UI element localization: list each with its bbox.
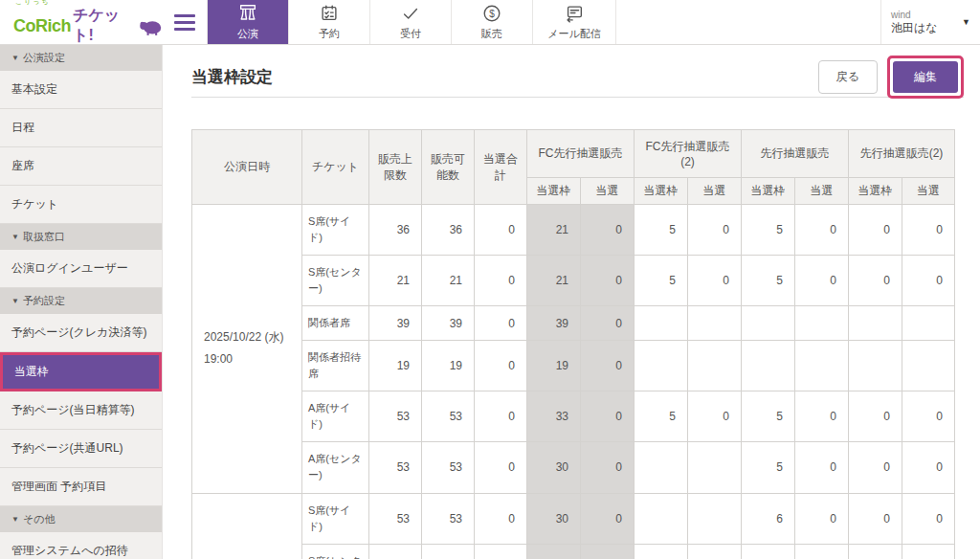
cell-win: 0	[688, 391, 742, 442]
table-row: 関係者招待席19190190	[192, 341, 955, 391]
sidebar-item[interactable]: 公演ログインユーザー	[0, 250, 162, 288]
triangle-down-icon: ▼	[11, 515, 19, 524]
cell-win: 0	[581, 391, 635, 442]
cell-ticket: S席(サイド)	[302, 493, 369, 544]
corich-logo[interactable]: こりっち CoRich チケット!	[0, 0, 163, 44]
col-group-fc-lottery-2: FC先行抽選販売(2)	[635, 130, 742, 178]
cell-win-slot	[742, 341, 795, 391]
cell-win: 0	[795, 544, 849, 559]
sidebar-section-header[interactable]: ▼取扱窓口	[0, 224, 162, 250]
sidebar-section-label: 取扱窓口	[23, 230, 65, 244]
dollar-icon: $	[481, 3, 502, 24]
sidebar-item[interactable]: 予約ページ(クレカ決済等)	[0, 314, 162, 352]
sidebar-item[interactable]: 管理画面 予約項目	[0, 468, 162, 506]
col-subheader-win-slot: 当選枠	[527, 178, 581, 205]
sidebar-item[interactable]: チケット	[0, 186, 162, 224]
cell-win: 0	[581, 544, 635, 559]
sidebar-item[interactable]: 基本設定	[0, 71, 162, 109]
sidebar-item-active[interactable]: 当選枠	[0, 352, 162, 391]
cell-win-slot: 5	[635, 256, 688, 306]
col-header-ticket: チケット	[302, 130, 369, 205]
cell-win-slot: 21	[527, 256, 581, 306]
topbar-spacer	[616, 0, 880, 44]
cell-sale-limit: 53	[369, 493, 422, 544]
cell-win	[902, 306, 955, 341]
tab-performance[interactable]: 公演	[207, 0, 288, 44]
cell-win-slot: 0	[849, 442, 902, 493]
back-button[interactable]: 戻る	[818, 60, 878, 94]
sidebar-item[interactable]: 座席	[0, 147, 162, 186]
cell-win-total: 0	[475, 493, 527, 544]
cell-win: 0	[795, 205, 849, 256]
cell-ticket: 関係者招待席	[302, 341, 369, 391]
cell-win-slot: 0	[849, 544, 902, 559]
sidebar-section-label: 予約設定	[23, 294, 65, 308]
cell-sale-limit: 53	[369, 544, 422, 559]
cell-ticket: S席(センター)	[302, 544, 369, 559]
cell-win-slot: 19	[527, 341, 581, 391]
cell-win-slot: 5	[742, 391, 795, 442]
cell-win-slot: 6	[742, 493, 795, 544]
sidebar-item[interactable]: 管理システムへの招待	[0, 532, 162, 559]
cell-win-slot	[635, 493, 688, 544]
cell-win-slot: 39	[527, 306, 581, 341]
edit-button[interactable]: 編集	[893, 61, 958, 93]
cell-win: 0	[581, 306, 635, 341]
caret-down-icon: ▼	[962, 17, 970, 27]
col-group-fc-lottery: FC先行抽選販売	[527, 130, 635, 178]
cell-win: 0	[902, 544, 955, 559]
svg-text:$: $	[489, 9, 495, 19]
performance-time: 19:00	[204, 348, 290, 370]
cell-win: 0	[902, 391, 955, 442]
sidebar-section-header[interactable]: ▼その他	[0, 506, 162, 532]
sidebar-item[interactable]: 予約ページ(共通URL)	[0, 430, 162, 468]
sidebar-section-header[interactable]: ▼予約設定	[0, 288, 162, 314]
table-row: S席(センター)21210210505000	[192, 256, 955, 306]
cell-win-slot: 21	[527, 205, 581, 256]
cell-win: 0	[902, 205, 955, 256]
sidebar-item[interactable]: 予約ページ(当日精算等)	[0, 391, 162, 430]
cell-sale-limit: 53	[369, 391, 422, 442]
cell-win: 0	[902, 256, 955, 306]
logo-text: こりっち CoRich チケット!	[13, 0, 163, 46]
cell-win	[688, 493, 742, 544]
tab-sales[interactable]: $ 販売	[451, 0, 532, 44]
hamburger-menu-icon[interactable]	[163, 0, 207, 44]
cell-sale-available: 53	[422, 544, 475, 559]
sidebar-item[interactable]: 日程	[0, 109, 162, 147]
tab-label: 予約	[319, 27, 340, 41]
cell-win-slot: 30	[527, 493, 581, 544]
cell-sale-limit: 36	[369, 205, 422, 256]
col-subheader-win: 当選	[688, 178, 742, 205]
cell-sale-available: 53	[422, 493, 475, 544]
cell-win-slot	[635, 306, 688, 341]
user-menu[interactable]: wind 池田はな ▼	[880, 0, 980, 44]
table-row: A席(センター)535303005000	[192, 442, 955, 493]
cell-win: 0	[581, 205, 635, 256]
cell-win-total: 0	[475, 306, 527, 341]
user-name: 池田はな	[891, 21, 962, 35]
cell-win-slot: 5	[742, 442, 795, 493]
col-header-win-total: 当選合計	[475, 130, 527, 205]
col-group-lottery-2: 先行抽選販売(2)	[849, 130, 955, 178]
col-subheader-win-slot: 当選枠	[635, 178, 688, 205]
col-header-sale-limit: 販売上限数	[369, 130, 422, 205]
tab-reservation[interactable]: 予約	[288, 0, 369, 44]
cell-win-total: 0	[475, 341, 527, 391]
cell-win-slot: 0	[849, 205, 902, 256]
tab-mail[interactable]: メール配信	[532, 0, 616, 44]
col-group-lottery: 先行抽選販売	[742, 130, 849, 178]
triangle-down-icon: ▼	[11, 54, 19, 62]
sidebar-section-header[interactable]: ▼公演設定	[0, 45, 162, 71]
tab-reception[interactable]: 受付	[369, 0, 451, 44]
cell-sale-available: 19	[422, 341, 475, 391]
triangle-down-icon: ▼	[11, 233, 19, 241]
cell-win: 0	[688, 544, 742, 559]
tab-label: 公演	[237, 27, 258, 41]
calendar-icon	[319, 3, 340, 24]
table-row: A席(サイド)53530330505000	[192, 391, 955, 442]
cell-win-slot: 5	[742, 256, 795, 306]
table-row: 関係者席39390390	[192, 306, 955, 341]
cell-win-total: 0	[475, 205, 527, 256]
cell-win-slot: 0	[849, 493, 902, 544]
